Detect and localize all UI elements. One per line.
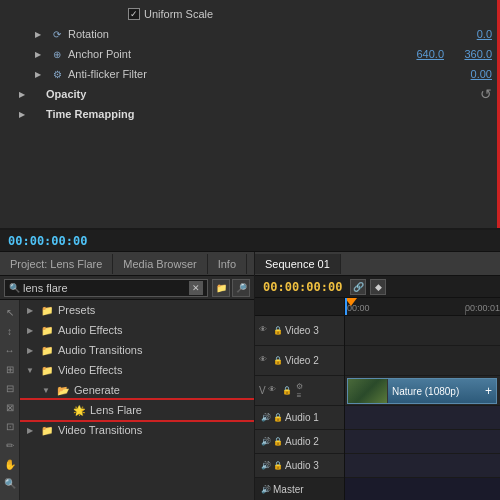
- anti-flicker-value[interactable]: 0.00: [452, 68, 492, 80]
- timeline-marker-btn[interactable]: ◆: [370, 279, 386, 295]
- tree-item-presets[interactable]: ▶ 📁 Presets: [20, 300, 254, 320]
- opacity-reset-btn[interactable]: ↺: [480, 86, 492, 102]
- sequence-tabs: Sequence 01: [255, 252, 500, 276]
- anti-flicker-label: Anti-flicker Filter: [68, 68, 452, 80]
- tree-item-lens-flare[interactable]: 🌟 Lens Flare: [20, 400, 254, 420]
- anchor-value1[interactable]: 640.0: [404, 48, 444, 60]
- toolbar-select-btn[interactable]: ↖: [2, 304, 18, 320]
- ruler-tick-1: [465, 309, 466, 315]
- tab-project[interactable]: Project: Lens Flare: [0, 254, 113, 274]
- timeline-controls: 🔗 ◆: [350, 279, 386, 295]
- rotation-value[interactable]: 0.0: [452, 28, 492, 40]
- track-label-audio2: 🔊 🔒 Audio 2: [255, 430, 344, 454]
- audio-transitions-icon: 📁: [39, 342, 55, 358]
- toolbar-roll-btn[interactable]: ⊞: [2, 361, 18, 377]
- vertical-toolbar: ↖ ↕ ↔ ⊞ ⊟ ⊠ ⊡ ✏ ✋ 🔍: [0, 300, 20, 500]
- sequence-tab[interactable]: Sequence 01: [255, 254, 341, 274]
- properties-content: Uniform Scale ▶ ⟳ Rotation 0.0 ▶ ⊕ Ancho…: [0, 0, 500, 128]
- video3-eye-btn[interactable]: 👁: [259, 325, 271, 337]
- tree-item-video-effects[interactable]: ▼ 📁 Video Effects: [20, 360, 254, 380]
- presets-icon: 📁: [39, 302, 55, 318]
- track-content-video2: [345, 346, 500, 376]
- anchor-toggle[interactable]: ▶: [32, 48, 44, 60]
- audio3-name: Audio 3: [285, 460, 319, 471]
- toolbar-hand-btn[interactable]: ✋: [2, 456, 18, 472]
- audio1-lock-icon: 🔒: [273, 413, 283, 423]
- tab-media-browser[interactable]: Media Browser: [113, 254, 207, 274]
- audio3-mute-btn[interactable]: 🔊: [259, 459, 273, 473]
- search-find-btn[interactable]: 🔎: [232, 279, 250, 297]
- toolbar-slide-btn[interactable]: ⊡: [2, 418, 18, 434]
- timeline-snap-btn[interactable]: 🔗: [350, 279, 366, 295]
- time-remapping-label: Time Remapping: [46, 108, 492, 120]
- video-effects-label: Video Effects: [58, 364, 122, 376]
- tree-and-toolbar: ↖ ↕ ↔ ⊞ ⊟ ⊠ ⊡ ✏ ✋ 🔍 ▶ 📁 Presets ▶: [0, 300, 254, 500]
- anchor-point-row: ▶ ⊕ Anchor Point 640.0 360.0: [8, 44, 492, 64]
- tracks-content: Nature (1080p) +: [345, 316, 500, 500]
- toolbar-rate-btn[interactable]: ⊟: [2, 380, 18, 396]
- audio-transitions-toggle: ▶: [24, 344, 36, 356]
- video2-name: Video 2: [285, 355, 319, 366]
- toolbar-ripple-btn[interactable]: ↔: [2, 342, 18, 358]
- tree-item-audio-transitions[interactable]: ▶ 📁 Audio Transitions: [20, 340, 254, 360]
- anti-flicker-toggle[interactable]: ▶: [32, 68, 44, 80]
- uniform-scale-row: Uniform Scale: [8, 4, 492, 24]
- toolbar-slip-btn[interactable]: ⊠: [2, 399, 18, 415]
- anti-flicker-row: ▶ ⚙ Anti-flicker Filter 0.00: [8, 64, 492, 84]
- tab-info[interactable]: Info: [208, 254, 247, 274]
- track-content-audio3: [345, 454, 500, 478]
- playhead[interactable]: [345, 298, 347, 315]
- tree-item-generate[interactable]: ▼ 📂 Generate: [20, 380, 254, 400]
- search-clear-button[interactable]: ✕: [189, 281, 203, 295]
- track-area: 👁 🔒 Video 3 👁 🔒 Video 2 V 👁 🔒 ⚙: [255, 316, 500, 500]
- video1-settings-icon[interactable]: ⚙: [296, 382, 303, 391]
- anchor-icon: ⊕: [49, 46, 65, 62]
- panel-tabs: Project: Lens Flare Media Browser Info: [0, 252, 254, 276]
- video1-lock-icon: 🔒: [282, 386, 292, 396]
- timeline-area: Project: Lens Flare Media Browser Info 🔍…: [0, 252, 500, 500]
- video1-waveform-icon: ≡: [297, 391, 302, 400]
- search-actions: 📁 🔎: [212, 279, 250, 297]
- ruler-label-space: [255, 298, 345, 316]
- audio1-name: Audio 1: [285, 412, 319, 423]
- audio-effects-toggle: ▶: [24, 324, 36, 336]
- video-clip[interactable]: Nature (1080p) +: [347, 378, 497, 404]
- track-content-video1: Nature (1080p) +: [345, 376, 500, 406]
- master-mute-btn[interactable]: 🔊: [259, 483, 273, 497]
- toolbar-move-btn[interactable]: ↕: [2, 323, 18, 339]
- anchor-label: Anchor Point: [68, 48, 404, 60]
- video2-eye-btn[interactable]: 👁: [259, 355, 271, 367]
- tree-item-video-transitions[interactable]: ▶ 📁 Video Transitions: [20, 420, 254, 440]
- audio2-lock-icon: 🔒: [273, 437, 283, 447]
- rotation-label: Rotation: [68, 28, 452, 40]
- ruler-mark-1sec: 00:00:01:00: [465, 303, 500, 313]
- tree-item-audio-effects[interactable]: ▶ 📁 Audio Effects: [20, 320, 254, 340]
- rotation-toggle[interactable]: ▶: [32, 28, 44, 40]
- effects-panel: Uniform Scale ▶ ⟳ Rotation 0.0 ▶ ⊕ Ancho…: [0, 0, 500, 230]
- search-input[interactable]: [23, 280, 187, 296]
- effects-tree: ▶ 📁 Presets ▶ 📁 Audio Effects ▶ 📁 Audio …: [20, 300, 254, 500]
- search-new-bin-btn[interactable]: 📁: [212, 279, 230, 297]
- toolbar-zoom-btn[interactable]: 🔍: [2, 475, 18, 491]
- uniform-scale-checkbox[interactable]: [128, 8, 140, 20]
- toolbar-pen-btn[interactable]: ✏: [2, 437, 18, 453]
- timeline-header: 00:00:00:00 🔗 ◆: [255, 276, 500, 298]
- track-content-video3: [345, 316, 500, 346]
- timeline-time: 00:00:00:00: [263, 280, 342, 294]
- presets-toggle: ▶: [24, 304, 36, 316]
- audio1-mute-btn[interactable]: 🔊: [259, 411, 273, 425]
- track-label-audio1: 🔊 🔒 Audio 1: [255, 406, 344, 430]
- audio-transitions-label: Audio Transitions: [58, 344, 142, 356]
- opacity-toggle[interactable]: ▶: [16, 88, 28, 100]
- right-panel: Sequence 01 00:00:00:00 🔗 ◆ 00:00 00:00:…: [255, 252, 500, 500]
- anchor-value2[interactable]: 360.0: [452, 48, 492, 60]
- generate-toggle: ▼: [40, 384, 52, 396]
- lens-flare-label: Lens Flare: [90, 404, 142, 416]
- track-content-audio1: [345, 406, 500, 430]
- clip-add-icon[interactable]: +: [485, 384, 492, 398]
- left-panel: Project: Lens Flare Media Browser Info 🔍…: [0, 252, 255, 500]
- audio2-mute-btn[interactable]: 🔊: [259, 435, 273, 449]
- track-content-audio2: [345, 430, 500, 454]
- video1-eye-btn[interactable]: 👁: [268, 385, 280, 397]
- time-remapping-toggle[interactable]: ▶: [16, 108, 28, 120]
